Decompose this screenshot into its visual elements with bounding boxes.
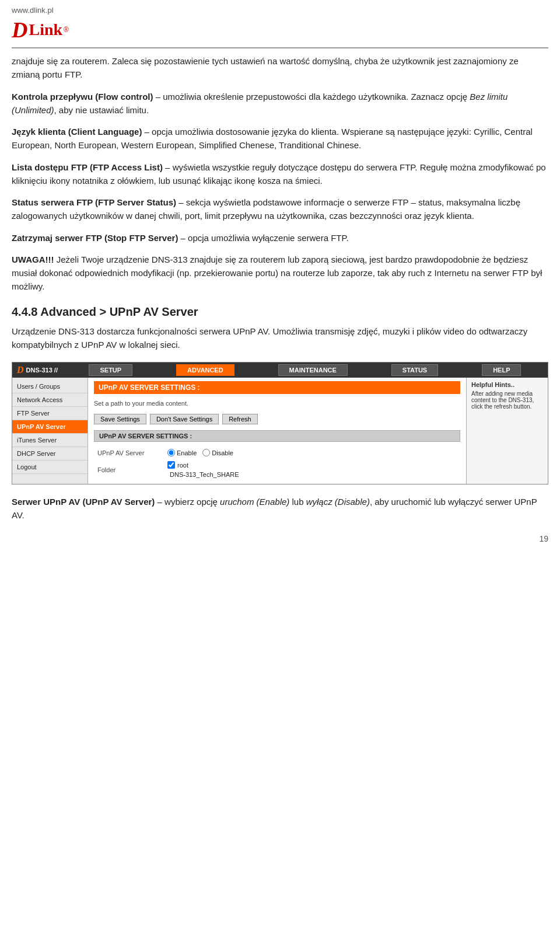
ftp-access-list-bold: Lista dostępu FTP (FTP Access List) <box>12 162 163 172</box>
enable-italic: uruchom (Enable) <box>220 497 289 507</box>
dns-nav-help[interactable]: HELP <box>482 364 521 376</box>
dns-logo-d: D <box>17 365 24 375</box>
dlink-logo: D Link ® <box>12 17 69 43</box>
dns-buttons-row: Save Settings Don't Save Settings Refres… <box>94 414 460 424</box>
section-heading: 4.4.8 Advanced > UPnP AV Server <box>12 305 548 319</box>
helpful-hints-text: After adding new media content to the DN… <box>471 390 543 410</box>
dns-brand: D DNS-313 // <box>17 365 58 375</box>
dns-section-title: UPnP AV SERVER SETTINGS : <box>94 381 460 394</box>
paragraph-5: Status serwera FTP (FTP Server Status) –… <box>12 196 548 223</box>
dns-main-content: UPnP AV SERVER SETTINGS : Set a path to … <box>88 378 466 484</box>
page-number: 19 <box>12 534 548 543</box>
paragraph-2: Kontrola przepływu (Flow control) – umoż… <box>12 90 548 117</box>
helpful-hints-title: Helpful Hints.. <box>471 381 543 388</box>
disable-radio[interactable] <box>202 449 210 456</box>
dns-nav-advanced[interactable]: ADVANCED <box>176 364 235 376</box>
paragraph-4: Lista dostępu FTP (FTP Access List) – wy… <box>12 161 548 188</box>
flow-control-bold: Kontrola przepływu (Flow control) <box>12 92 153 102</box>
content-area: znajduje się za routerem. Zaleca się poz… <box>12 54 548 522</box>
sidebar-item-logout[interactable]: Logout <box>12 461 88 474</box>
dns-nav-maintenance[interactable]: MAINTENANCE <box>278 364 348 376</box>
outro-paragraph: Serwer UPnP AV (UPnP AV Server) – wybier… <box>12 495 548 522</box>
dns-set-path-text: Set a path to your media content. <box>94 397 460 409</box>
upnp-av-server-bold: Serwer UPnP AV (UPnP AV Server) <box>12 497 155 507</box>
site-url: www.dlink.pl <box>12 6 548 15</box>
root-label-text: root <box>177 462 188 469</box>
logo-d-letter: D <box>12 17 27 43</box>
logo-area: D Link ® <box>12 17 548 48</box>
folder-label: Folder <box>94 459 164 480</box>
client-language-bold: Język klienta (Client Language) <box>12 127 142 137</box>
sidebar-item-ftp-server[interactable]: FTP Server <box>12 407 88 420</box>
logo-link-text: Link <box>29 20 62 39</box>
form-row-folder: Folder root DNS-313_Tech_SHARE <box>94 459 460 480</box>
paragraph-warning: UWAGA!!! Jeżeli Twoje urządzenie DNS-313… <box>12 253 548 294</box>
disable-radio-label[interactable]: Disable <box>202 449 233 456</box>
sidebar-item-network-access[interactable]: Network Access <box>12 393 88 407</box>
dns-nav-setup[interactable]: SETUP <box>89 364 132 376</box>
dns-brand-name: DNS-313 // <box>26 367 58 374</box>
enable-label-text: Enable <box>177 449 197 456</box>
server-label: UPnP AV Server <box>94 447 164 459</box>
disable-label-text: Disable <box>212 449 233 456</box>
disable-italic: wyłącz (Disable) <box>306 497 370 507</box>
server-options: Enable Disable <box>164 447 460 459</box>
enable-radio-label[interactable]: Enable <box>167 449 197 456</box>
dns-subsection-title: UPnP AV SERVER SETTINGS : <box>94 430 460 442</box>
sidebar-item-users-groups[interactable]: Users / Groups <box>12 380 88 393</box>
form-row-server: UPnP AV Server Enable Disable <box>94 447 460 459</box>
sidebar-item-itunes-server[interactable]: iTunes Server <box>12 434 88 447</box>
share-name: DNS-313_Tech_SHARE <box>167 471 457 478</box>
dns-ui-screenshot: D DNS-313 // SETUP ADVANCED MAINTENANCE … <box>12 362 548 484</box>
sidebar-item-dhcp-server[interactable]: DHCP Server <box>12 447 88 461</box>
dns-nav-status[interactable]: STATUS <box>391 364 438 376</box>
save-settings-button[interactable]: Save Settings <box>94 414 146 424</box>
dns-body: Users / Groups Network Access FTP Server… <box>12 378 548 484</box>
sidebar-item-upnp-av-server[interactable]: UPnP AV Server <box>12 420 88 434</box>
root-checkbox[interactable] <box>167 461 175 469</box>
dns-top-bar: D DNS-313 // SETUP ADVANCED MAINTENANCE … <box>12 362 548 378</box>
folder-checkbox-row: root <box>167 461 457 469</box>
stop-ftp-bold: Zatrzymaj serwer FTP (Stop FTP Server) <box>12 233 178 243</box>
dns-sidebar: Users / Groups Network Access FTP Server… <box>12 378 88 484</box>
paragraph-6: Zatrzymaj serwer FTP (Stop FTP Server) –… <box>12 231 548 245</box>
warning-bold: UWAGA!!! <box>12 254 54 264</box>
ftp-server-status-bold: Status serwera FTP (FTP Server Status) <box>12 197 176 207</box>
dns-helpful-hints: Helpful Hints.. After adding new media c… <box>466 378 548 484</box>
paragraph-3: Język klienta (Client Language) – opcja … <box>12 125 548 152</box>
enable-radio[interactable] <box>167 449 175 456</box>
dns-form-table: UPnP AV Server Enable Disable <box>94 447 460 480</box>
section-intro: Urządzenie DNS-313 dostarcza funkcjonaln… <box>12 325 548 352</box>
dont-save-settings-button[interactable]: Don't Save Settings <box>150 414 219 424</box>
refresh-button[interactable]: Refresh <box>222 414 258 424</box>
dns-nav: SETUP ADVANCED MAINTENANCE STATUS HELP <box>67 364 543 376</box>
folder-options: root DNS-313_Tech_SHARE <box>164 459 460 480</box>
paragraph-1: znajduje się za routerem. Zaleca się poz… <box>12 54 548 82</box>
logo-registered: ® <box>64 26 69 34</box>
radio-group-enable-disable: Enable Disable <box>167 449 457 456</box>
